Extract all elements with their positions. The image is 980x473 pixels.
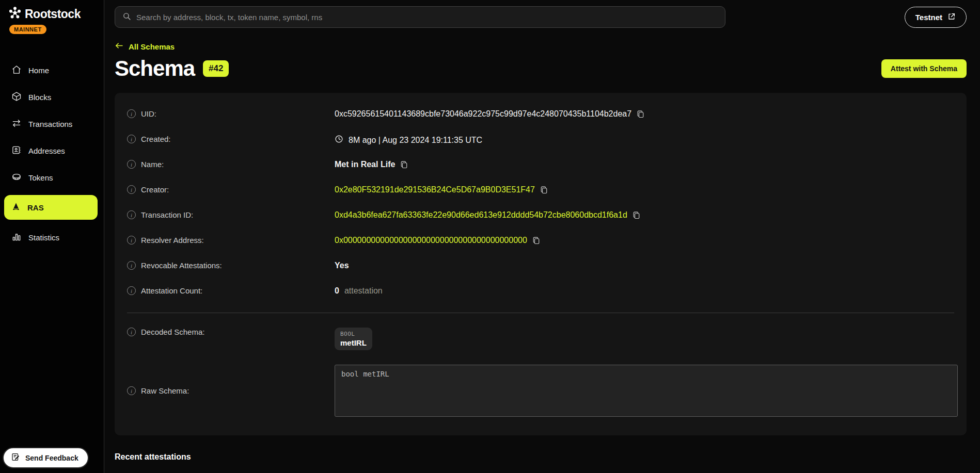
topbar: Testnet (115, 6, 967, 28)
testnet-label: Testnet (915, 13, 942, 22)
detail-row-attestation-count: i Attestation Count: 0 attestation (127, 279, 954, 304)
attestation-count-unit: attestation (344, 286, 383, 296)
detail-label: Created: (141, 135, 171, 143)
detail-row-creator: i Creator: 0x2e80F532191de291536B24Ce5D6… (127, 178, 954, 203)
back-link-label: All Schemas (129, 42, 175, 51)
info-icon: i (127, 160, 136, 169)
transaction-id-link[interactable]: 0xd4a3b6fea627fa63363fe22e90d66ed613e912… (335, 210, 627, 220)
network-badge: MAINNET (9, 25, 46, 34)
info-icon: i (127, 261, 136, 270)
sidebar-item-label: Tokens (28, 173, 53, 182)
info-icon: i (127, 328, 136, 336)
sidebar-nav: Home Blocks Transactions (0, 57, 104, 251)
detail-label: UID: (141, 109, 156, 118)
sidebar-item-addresses[interactable]: Addresses (4, 140, 98, 161)
info-icon: i (127, 236, 136, 244)
detail-row-created: i Created: 8M ago | Aug 23 2024 19:11:35… (127, 127, 954, 153)
brand-name: Rootstock (25, 7, 81, 21)
detail-label: Transaction ID: (141, 210, 193, 219)
attestation-count-value: 0 (335, 286, 339, 296)
raw-schema-textarea[interactable]: bool metIRL (335, 365, 958, 417)
schema-details-panel: i UID: 0xc59265615401143689cbfe73046a922… (115, 93, 967, 435)
sidebar-item-statistics[interactable]: Statistics (4, 227, 98, 248)
detail-label: Resolver Address: (141, 236, 204, 244)
rootstock-flower-icon (8, 6, 22, 22)
field-name: metIRL (340, 338, 367, 347)
page-title: Schema (115, 56, 195, 81)
sidebar-item-label: Home (28, 66, 49, 75)
copy-icon[interactable] (400, 160, 408, 169)
copy-icon[interactable] (633, 211, 640, 220)
decoded-schema-field-chip: BOOL metIRL (335, 328, 372, 350)
creator-address-link[interactable]: 0x2e80F532191de291536B24Ce5D67a9B0D3E51F… (335, 185, 535, 194)
search-bar[interactable] (115, 6, 725, 28)
info-icon: i (127, 210, 136, 219)
stamp-icon (11, 202, 21, 213)
recent-attestations-heading: Recent attestations (115, 452, 967, 462)
name-value: Met in Real Life (335, 160, 395, 169)
copy-icon[interactable] (532, 236, 540, 245)
sidebar-item-label: Addresses (28, 146, 65, 155)
detail-label: Attestation Count: (141, 286, 202, 295)
external-link-icon (947, 12, 956, 22)
testnet-switch-button[interactable]: Testnet (905, 7, 967, 28)
sidebar: Rootstock MAINNET Home Blocks (0, 0, 104, 473)
feedback-note-icon (11, 452, 20, 463)
arrow-left-icon (115, 42, 123, 51)
clock-icon (335, 135, 343, 145)
info-icon: i (127, 386, 136, 395)
copy-icon[interactable] (540, 186, 548, 194)
detail-label: Name: (141, 160, 164, 169)
search-input[interactable] (136, 13, 718, 22)
sidebar-item-label: RAS (27, 203, 44, 212)
send-feedback-button[interactable]: Send Feedback (3, 447, 89, 468)
sidebar-item-ras[interactable]: RAS (4, 195, 98, 220)
arrows-swap-icon (11, 118, 22, 130)
resolver-address-link[interactable]: 0x00000000000000000000000000000000000000… (335, 236, 527, 245)
created-value: 8M ago | Aug 23 2024 19:11:35 UTC (349, 136, 482, 145)
field-type: BOOL (340, 331, 367, 337)
sidebar-item-transactions[interactable]: Transactions (4, 113, 98, 134)
sidebar-item-blocks[interactable]: Blocks (4, 87, 98, 107)
sidebar-item-label: Transactions (28, 120, 72, 128)
sidebar-item-home[interactable]: Home (4, 60, 98, 80)
contact-card-icon (11, 145, 22, 157)
detail-row-uid: i UID: 0xc59265615401143689cbfe73046a922… (127, 102, 954, 127)
cube-icon (11, 91, 22, 103)
uid-value: 0xc59265615401143689cbfe73046a922c975c99… (335, 109, 631, 119)
detail-row-name: i Name: Met in Real Life (127, 153, 954, 178)
home-icon (11, 64, 22, 76)
info-icon: i (127, 185, 136, 194)
detail-row-resolver-address: i Resolver Address: 0x000000000000000000… (127, 229, 954, 254)
detail-label: Revocable Attestations: (141, 261, 222, 270)
sidebar-item-label: Blocks (28, 93, 51, 102)
revocable-value: Yes (335, 261, 349, 270)
coin-icon (11, 172, 22, 184)
copy-icon[interactable] (637, 110, 644, 119)
sidebar-item-tokens[interactable]: Tokens (4, 167, 98, 188)
send-feedback-label: Send Feedback (25, 454, 78, 462)
detail-label: Creator: (141, 185, 169, 194)
info-icon: i (127, 135, 136, 143)
bar-chart-icon (11, 232, 22, 243)
sidebar-item-label: Statistics (28, 233, 59, 242)
detail-label: Raw Schema: (141, 386, 189, 395)
back-to-all-schemas-link[interactable]: All Schemas (115, 42, 175, 51)
detail-row-decoded-schema: i Decoded Schema: BOOL metIRL (127, 320, 954, 357)
info-icon: i (127, 286, 136, 295)
brand-logo[interactable]: Rootstock (0, 6, 104, 22)
detail-row-revocable: i Revocable Attestations: Yes (127, 254, 954, 279)
detail-row-raw-schema: i Raw Schema: bool metIRL (127, 357, 954, 424)
detail-label: Decoded Schema: (141, 328, 204, 336)
detail-row-transaction-id: i Transaction ID: 0xd4a3b6fea627fa63363f… (127, 203, 954, 229)
attest-with-schema-button[interactable]: Attest with Schema (881, 59, 967, 78)
search-icon (122, 12, 131, 23)
main-content: Testnet All Schemas Schema #42 Attest wi… (104, 0, 980, 473)
schema-id-badge: #42 (203, 60, 229, 77)
info-icon: i (127, 109, 136, 118)
title-row: Schema #42 Attest with Schema (115, 56, 967, 81)
panel-divider (127, 313, 954, 313)
